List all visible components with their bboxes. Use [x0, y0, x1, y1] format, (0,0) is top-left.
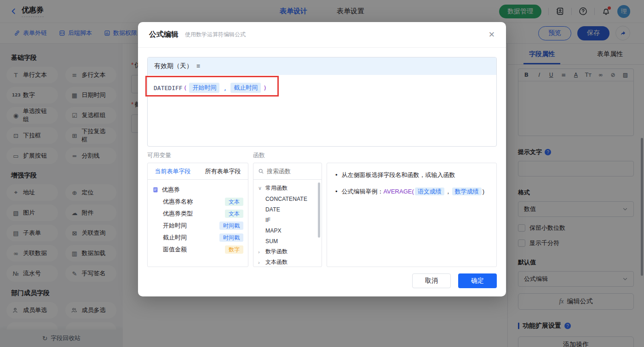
tab-current-form-fields[interactable]: 当前表单字段	[148, 163, 198, 179]
modal-title: 公式编辑	[149, 30, 178, 40]
tree-root-form[interactable]: 优惠券	[152, 184, 243, 196]
function-item[interactable]: IF	[258, 215, 320, 225]
formula-target-row: 有效期（天） =	[148, 57, 496, 75]
chevron-down-icon: ∨	[258, 185, 263, 191]
formula-target-field: 有效期（天）	[154, 62, 193, 70]
example-arg-chip: 语文成绩	[415, 188, 444, 195]
modal-subtitle: 使用数学运算符编辑公式	[185, 31, 246, 39]
formula-function-name: DATEDIFF	[154, 85, 183, 91]
type-badge: 时间戳	[219, 233, 243, 242]
cancel-button[interactable]: 取消	[412, 273, 451, 288]
form-doc-icon	[152, 187, 159, 193]
variable-item[interactable]: 面值金额数字	[152, 244, 243, 256]
function-item[interactable]: CONCATENATE	[258, 193, 320, 204]
formula-arg-chip[interactable]: 截止时间	[230, 83, 261, 93]
functions-label: 函数	[253, 151, 322, 159]
formula-arg-chip[interactable]: 开始时间	[189, 83, 219, 93]
variable-item[interactable]: 优惠券类型文本	[152, 208, 243, 220]
function-group-math[interactable]: ›数学函数	[258, 246, 320, 257]
function-search-input[interactable]	[267, 168, 313, 175]
formula-editor-modal: 公式编辑 使用数学运算符编辑公式 ✕ 有效期（天） = DATEDIFF(开始时…	[138, 22, 506, 296]
function-item[interactable]: SUM	[258, 236, 320, 246]
tip-line: • 从左侧面板选择字段名和函数，或输入函数	[335, 170, 488, 180]
variables-panel: 当前表单字段 所有表单字段 优惠券 优惠券名称文本 优惠券类型文本 开始时间时间…	[147, 163, 248, 267]
scrollbar-thumb[interactable]	[318, 182, 320, 238]
example-function: AVERAGE(	[384, 188, 414, 195]
function-item[interactable]: MAPX	[258, 225, 320, 236]
tab-all-form-fields[interactable]: 所有表单字段	[198, 163, 248, 179]
chevron-right-icon: ›	[258, 249, 263, 255]
formula-editor[interactable]: 有效期（天） = DATEDIFF(开始时间,截止时间)	[147, 57, 497, 147]
type-badge: 数字	[225, 245, 243, 254]
variables-label: 可用变量	[147, 151, 248, 159]
variable-item[interactable]: 截止时间时间戳	[152, 232, 243, 244]
function-group-common[interactable]: ∨常用函数	[258, 183, 320, 193]
search-icon	[258, 168, 264, 174]
function-item[interactable]: DATE	[258, 204, 320, 215]
example-arg-chip: 数学成绩	[452, 188, 482, 195]
formula-expression[interactable]: DATEDIFF(开始时间,截止时间)	[148, 75, 496, 101]
chevron-right-icon: ›	[258, 260, 263, 265]
type-badge: 文本	[225, 210, 243, 218]
variable-item[interactable]: 开始时间时间戳	[152, 220, 243, 232]
tips-panel: • 从左侧面板选择字段名和函数，或输入函数 • 公式编辑举例：AVERAGE(语…	[327, 163, 497, 267]
modal-header: 公式编辑 使用数学运算符编辑公式 ✕	[138, 22, 506, 48]
confirm-button[interactable]: 确定	[458, 273, 497, 288]
function-group-text[interactable]: ›文本函数	[258, 257, 320, 267]
type-badge: 时间戳	[219, 222, 243, 230]
formula-equals: =	[196, 63, 200, 70]
type-badge: 文本	[225, 198, 243, 206]
variable-item[interactable]: 优惠券名称文本	[152, 196, 243, 208]
functions-panel: ∨常用函数 CONCATENATE DATE IF MAPX SUM ›数学函数…	[253, 163, 322, 267]
tip-example-line: • 公式编辑举例：AVERAGE(语文成绩，数学成绩)	[335, 187, 488, 196]
close-icon[interactable]: ✕	[489, 31, 495, 39]
function-search[interactable]	[253, 163, 322, 180]
